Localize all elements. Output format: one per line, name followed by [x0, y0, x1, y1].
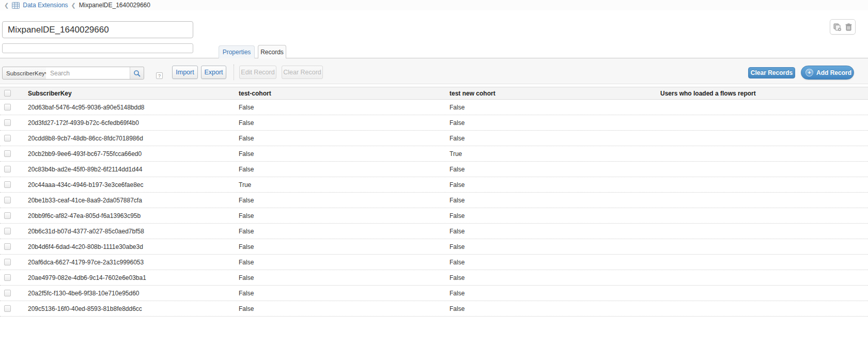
table-row: 20cdd8b8-9cb7-48db-86cc-8fdc7018986d Fal… [0, 131, 868, 146]
cell-test-new-cohort: False [444, 228, 655, 235]
breadcrumb-separator-icon: ❮ [71, 2, 76, 9]
search-box [46, 67, 144, 80]
help-icon[interactable]: ? [156, 72, 163, 79]
row-checkbox[interactable] [4, 135, 11, 141]
cell-test-cohort: False [234, 305, 444, 312]
toolbar-divider [234, 65, 234, 80]
row-checkbox[interactable] [4, 166, 11, 172]
table-row: 20a2f5fc-f130-4be6-9f38-10e710e95d60 Fal… [0, 286, 868, 301]
search-button[interactable] [130, 67, 144, 79]
cell-test-new-cohort: False [444, 243, 655, 250]
row-checkbox[interactable] [4, 119, 11, 126]
table-row: 20cb2bb9-9ee6-493f-bc67-755fcca66ed0 Fal… [0, 146, 868, 162]
cell-subscriberkey: 20ae4979-082e-4db6-9c14-7602e6e03ba1 [23, 274, 234, 281]
records-toolbar: SubscriberKey ▾ ? Import Export Edit Rec… [0, 58, 868, 84]
cell-subscriberkey: 209c5136-16f0-40ed-8593-81b8fe8dd6cc [23, 305, 234, 312]
cell-test-cohort: False [234, 119, 444, 127]
extension-actions-group [830, 19, 856, 35]
extension-description-field[interactable] [2, 43, 193, 53]
cell-subscriberkey: 20bb9f6c-af82-47ea-805d-f6a13963c95b [23, 212, 234, 219]
cell-subscriberkey: 20af6dca-6627-4179-97ce-2a31c9996053 [23, 259, 234, 266]
search-field-value: SubscriberKey [6, 70, 45, 76]
column-header-test-new-cohort: test new cohort [444, 90, 655, 97]
cell-subscriberkey: 20d63baf-5476-4c95-9036-a90e5148bdd8 [23, 104, 234, 111]
tab-records[interactable]: Records [258, 45, 286, 58]
table-row: 209c5136-16f0-40ed-8593-81b8fe8dd6cc Fal… [0, 301, 868, 317]
plus-icon: + [805, 69, 813, 76]
table-row: 20bb9f6c-af82-47ea-805d-f6a13963c95b Fal… [0, 208, 868, 224]
cell-test-new-cohort: False [444, 181, 655, 188]
search-field-dropdown[interactable]: SubscriberKey ▾ [2, 67, 47, 80]
row-checkbox[interactable] [4, 212, 11, 219]
table-row: 20c44aaa-434c-4946-b197-3e3ce6fae8ec Tru… [0, 177, 868, 193]
row-checkbox[interactable] [4, 259, 11, 265]
add-record-button[interactable]: + Add Record [801, 66, 854, 80]
table-header-row: SubscriberKey test-cohort test new cohor… [0, 87, 868, 100]
cell-test-cohort: False [234, 212, 444, 219]
table-row: 20b4d6f4-6dad-4c20-808b-1111e30abe3d Fal… [0, 239, 868, 255]
table-row: 20af6dca-6627-4179-97ce-2a31c9996053 Fal… [0, 255, 868, 270]
cell-test-new-cohort: False [444, 274, 655, 281]
cell-subscriberkey: 20a2f5fc-f130-4be6-9f38-10e710e95d60 [23, 290, 234, 297]
cell-test-cohort: False [234, 166, 444, 173]
cell-test-cohort: False [234, 243, 444, 250]
cell-subscriberkey: 20cb2bb9-9ee6-493f-bc67-755fcca66ed0 [23, 150, 234, 158]
table-row: 20c83b4b-ad2e-45f0-89b2-6f2114dd1d44 Fal… [0, 162, 868, 177]
cell-test-new-cohort: False [444, 119, 655, 127]
cell-test-new-cohort: False [444, 259, 655, 266]
edit-record-button[interactable]: Edit Record [239, 66, 276, 79]
table-row: 20d3fd27-172f-4939-b72c-6cfedb69f4b0 Fal… [0, 115, 868, 131]
row-checkbox[interactable] [4, 197, 11, 203]
copy-icon[interactable] [833, 23, 842, 31]
cell-test-new-cohort: False [444, 135, 655, 142]
cell-subscriberkey: 20c44aaa-434c-4946-b197-3e3ce6fae8ec [23, 181, 234, 188]
back-chevron-icon[interactable]: ❮ [4, 2, 9, 9]
cell-test-new-cohort: False [444, 212, 655, 219]
row-checkbox[interactable] [4, 305, 11, 312]
column-header-subscriberkey: SubscriberKey [23, 90, 234, 97]
cell-test-cohort: False [234, 259, 444, 266]
cell-test-new-cohort: False [444, 290, 655, 297]
cell-subscriberkey: 20d3fd27-172f-4939-b72c-6cfedb69f4b0 [23, 119, 234, 127]
extension-name-field[interactable] [2, 21, 193, 38]
row-checkbox[interactable] [4, 274, 11, 281]
table-body: 20d63baf-5476-4c95-9036-a90e5148bdd8 Fal… [0, 100, 868, 317]
cell-test-cohort: True [234, 181, 444, 188]
import-button[interactable]: Import [172, 66, 198, 79]
row-checkbox[interactable] [4, 228, 11, 234]
cell-subscriberkey: 20c83b4b-ad2e-45f0-89b2-6f2114dd1d44 [23, 166, 234, 173]
data-extension-grid-icon [12, 2, 20, 9]
row-checkbox[interactable] [4, 150, 11, 157]
column-header-users-flows-report: Users who loaded a flows report [655, 90, 868, 97]
tab-properties[interactable]: Properties [219, 45, 255, 58]
add-record-label: Add Record [816, 69, 851, 76]
select-all-checkbox[interactable] [4, 90, 11, 97]
breadcrumb: ❮ Data Extensions ❮ MixpanelDE_164002966… [0, 0, 868, 10]
table-row: 20be1b33-ceaf-41ce-8aa9-2da057887cfa Fal… [0, 193, 868, 208]
row-checkbox[interactable] [4, 181, 11, 188]
cell-test-new-cohort: False [444, 104, 655, 111]
cell-test-cohort: False [234, 197, 444, 204]
clear-record-button[interactable]: Clear Record [282, 66, 323, 79]
table-row: 20b6c31d-b07d-4377-a027-85c0aed7bf58 Fal… [0, 224, 868, 239]
cell-test-cohort: False [234, 228, 444, 235]
cell-test-cohort: False [234, 135, 444, 142]
cell-test-new-cohort: False [444, 197, 655, 204]
breadcrumb-data-extensions-link[interactable]: Data Extensions [23, 2, 68, 9]
data-extension-records-page: ❮ Data Extensions ❮ MixpanelDE_164002966… [0, 0, 868, 346]
row-checkbox[interactable] [4, 104, 11, 111]
cell-test-new-cohort: False [444, 166, 655, 173]
clear-records-button[interactable]: Clear Records [748, 67, 795, 78]
row-checkbox[interactable] [4, 243, 11, 250]
cell-test-cohort: False [234, 104, 444, 111]
cell-test-cohort: False [234, 274, 444, 281]
cell-test-cohort: False [234, 290, 444, 297]
cell-subscriberkey: 20cdd8b8-9cb7-48db-86cc-8fdc7018986d [23, 135, 234, 142]
trash-icon[interactable] [845, 23, 852, 31]
row-checkbox[interactable] [4, 290, 11, 296]
search-icon [133, 70, 141, 77]
cell-subscriberkey: 20b6c31d-b07d-4377-a027-85c0aed7bf58 [23, 228, 234, 235]
export-button[interactable]: Export [201, 66, 226, 79]
column-header-test-cohort: test-cohort [234, 90, 444, 97]
table-row: 20ae4979-082e-4db6-9c14-7602e6e03ba1 Fal… [0, 270, 868, 286]
